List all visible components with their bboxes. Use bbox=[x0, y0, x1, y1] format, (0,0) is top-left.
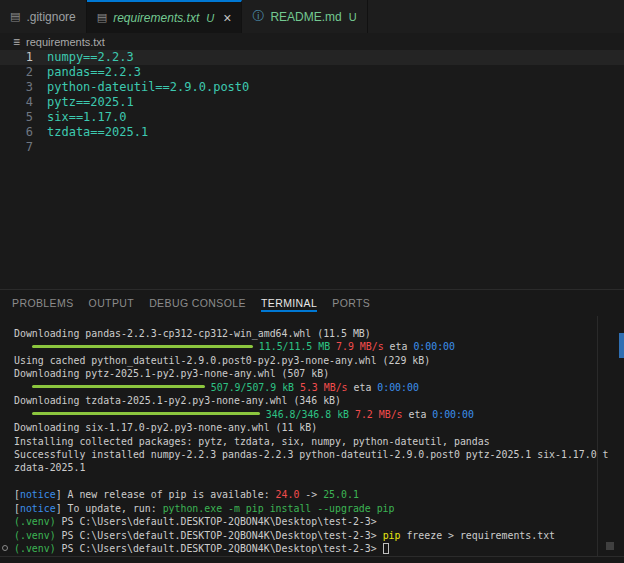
terminal-text: python.exe -m pip install --upgrade pip bbox=[163, 503, 395, 514]
line-number: 5 bbox=[0, 110, 33, 125]
code-text: pandas==2.2.3 bbox=[47, 65, 141, 80]
terminal-text: eta bbox=[403, 409, 433, 420]
terminal-line: 507.9/507.9 kB 5.3 MB/s eta 0:00:00 bbox=[14, 381, 624, 394]
editor-line[interactable]: 5six==1.17.0 bbox=[0, 110, 624, 125]
terminal-text: Downloading tzdata-2025.1-py2.py3-none-a… bbox=[14, 395, 341, 406]
terminal-text: Downloading pandas-2.2.3-cp312-cp312-win… bbox=[14, 328, 371, 339]
editor-line[interactable]: 7 bbox=[0, 140, 624, 155]
terminal-text: 5.3 MB/s bbox=[300, 382, 348, 393]
line-number: 6 bbox=[0, 125, 33, 140]
terminal-text: (.venv) bbox=[14, 543, 56, 554]
editor-line[interactable]: 2pandas==2.2.3 bbox=[0, 65, 624, 80]
tab-readme-md[interactable]: ⓘ README.md U bbox=[242, 0, 367, 33]
terminal-text: eta bbox=[348, 382, 378, 393]
terminal-line: Downloading tzdata-2025.1-py2.py3-none-a… bbox=[14, 394, 624, 407]
terminal-text: freeze > requirements.txt bbox=[400, 530, 555, 541]
terminal-text: PS C:\Users\default.DESKTOP-2QBON4K\Desk… bbox=[56, 516, 377, 527]
terminal-text bbox=[14, 341, 32, 352]
tab-gitignore[interactable]: ▤ .gitignore bbox=[0, 0, 87, 33]
terminal-text: Installing collected packages: pytz, tzd… bbox=[14, 436, 490, 447]
terminal-line: (.venv) PS C:\Users\default.DESKTOP-2QBO… bbox=[14, 515, 624, 528]
terminal-line: Using cached python_dateutil-2.9.0.post0… bbox=[14, 354, 624, 367]
editor-lines: 1numpy==2.2.32pandas==2.2.33python-dateu… bbox=[0, 50, 624, 155]
status-bar: Ln 1, Col 1Spaces: 4UTF-16 LECRLF{} Plai… bbox=[0, 556, 624, 563]
list-icon: ≡ bbox=[13, 35, 20, 49]
terminal-text: 7.2 MB/s bbox=[355, 409, 403, 420]
line-number: 4 bbox=[0, 95, 33, 110]
terminal-text: 25.0.1 bbox=[323, 489, 359, 500]
terminal-text: 507.9/507.9 kB bbox=[211, 382, 294, 393]
terminal-line: Downloading pytz-2025.1-py2.py3-none-any… bbox=[14, 367, 624, 380]
terminal-text: (.venv) bbox=[14, 530, 56, 541]
terminal-line: 11.5/11.5 MB 7.9 MB/s eta 0:00:00 bbox=[14, 340, 624, 353]
terminal-scrollbar-corner[interactable] bbox=[606, 542, 614, 550]
terminal-text: PS C:\Users\default.DESKTOP-2QBON4K\Desk… bbox=[56, 530, 383, 541]
tab-label: .gitignore bbox=[26, 10, 75, 24]
terminal-line bbox=[14, 475, 624, 488]
line-number: 3 bbox=[0, 80, 33, 95]
terminal-text: ] To update, run: bbox=[56, 503, 163, 514]
terminal-text: eta bbox=[384, 341, 414, 352]
progress-bar bbox=[32, 412, 260, 415]
line-number: 1 bbox=[0, 50, 33, 65]
editor-line[interactable]: 3python-dateutil==2.9.0.post0 bbox=[0, 80, 624, 95]
line-number: 7 bbox=[0, 140, 33, 155]
close-icon[interactable]: × bbox=[223, 11, 231, 25]
terminal-text: -> bbox=[299, 489, 323, 500]
panel-tab-debug-console[interactable]: DEBUG CONSOLE bbox=[149, 290, 246, 316]
terminal-line: Successfully installed numpy-2.2.3 panda… bbox=[14, 448, 624, 461]
git-untracked-badge: U bbox=[349, 11, 357, 23]
editor-tab-bar: ▤ .gitignore ▤ requirements.txt U × ⓘ RE… bbox=[0, 0, 624, 33]
line-number: 2 bbox=[0, 65, 33, 80]
terminal-line: Downloading pandas-2.2.3-cp312-cp312-win… bbox=[14, 327, 624, 340]
file-icon: ▤ bbox=[97, 11, 107, 24]
terminal-line: Downloading six-1.17.0-py2.py3-none-any.… bbox=[14, 421, 624, 434]
code-text: pytz==2025.1 bbox=[47, 95, 134, 110]
terminal-line: Installing collected packages: pytz, tzd… bbox=[14, 435, 624, 448]
terminal-text: 346.8/346.8 kB bbox=[266, 409, 349, 420]
terminal-cursor bbox=[383, 543, 389, 554]
tab-requirements-txt[interactable]: ▤ requirements.txt U × bbox=[87, 0, 243, 33]
terminal-text: (.venv) bbox=[14, 516, 56, 527]
terminal-text: pip bbox=[383, 530, 401, 541]
terminal-line: (.venv) PS C:\Users\default.DESKTOP-2QBO… bbox=[14, 542, 624, 555]
terminal-scrollbar-thumb[interactable] bbox=[619, 333, 624, 358]
terminal-lines: Downloading pandas-2.2.3-cp312-cp312-win… bbox=[14, 327, 624, 555]
progress-bar bbox=[32, 385, 205, 388]
git-untracked-badge: U bbox=[206, 12, 214, 24]
terminal-text: Downloading pytz-2025.1-py2.py3-none-any… bbox=[14, 368, 329, 379]
vscode-window: { "colors": { "accent_blue": "#0078d4", … bbox=[0, 0, 624, 563]
terminal-text bbox=[14, 382, 32, 393]
terminal-text: 0:00:00 bbox=[432, 409, 474, 420]
terminal-text: 0:00:00 bbox=[413, 341, 455, 352]
file-icon: ▤ bbox=[10, 10, 20, 23]
terminal-text: notice bbox=[20, 489, 56, 500]
code-text: numpy==2.2.3 bbox=[47, 50, 134, 65]
panel-tab-ports[interactable]: PORTS bbox=[332, 290, 370, 316]
code-text: tzdata==2025.1 bbox=[47, 125, 148, 140]
terminal-line: [notice] To update, run: python.exe -m p… bbox=[14, 502, 624, 515]
progress-bar bbox=[32, 345, 253, 348]
panel-tab-terminal[interactable]: TERMINAL bbox=[261, 290, 317, 316]
info-icon: ⓘ bbox=[252, 8, 264, 25]
terminal-text: 24.0 bbox=[276, 489, 300, 500]
editor-line[interactable]: 1numpy==2.2.3 bbox=[0, 50, 624, 65]
terminal-text: notice bbox=[20, 503, 56, 514]
terminal-text: 0:00:00 bbox=[377, 382, 419, 393]
terminal-line: (.venv) PS C:\Users\default.DESKTOP-2QBO… bbox=[14, 529, 624, 542]
panel-tab-problems[interactable]: PROBLEMS bbox=[12, 290, 74, 316]
terminal-text: Downloading six-1.17.0-py2.py3-none-any.… bbox=[14, 422, 317, 433]
panel-tab-output[interactable]: OUTPUT bbox=[89, 290, 135, 316]
terminal-text: 11.5/11.5 MB bbox=[259, 341, 330, 352]
tab-label: README.md bbox=[270, 10, 341, 24]
terminal-text: 7.9 MB/s bbox=[336, 341, 384, 352]
terminal-line: zdata-2025.1 bbox=[14, 461, 624, 474]
editor[interactable]: 1numpy==2.2.32pandas==2.2.33python-dateu… bbox=[0, 50, 624, 289]
terminal[interactable]: Downloading pandas-2.2.3-cp312-cp312-win… bbox=[0, 316, 624, 556]
breadcrumb[interactable]: ≡ requirements.txt bbox=[0, 33, 624, 50]
editor-line[interactable]: 6tzdata==2025.1 bbox=[0, 125, 624, 140]
breadcrumb-file-label: requirements.txt bbox=[26, 36, 105, 48]
terminal-line: 346.8/346.8 kB 7.2 MB/s eta 0:00:00 bbox=[14, 408, 624, 421]
editor-line[interactable]: 4pytz==2025.1 bbox=[0, 95, 624, 110]
terminal-text: zdata-2025.1 bbox=[14, 462, 85, 473]
